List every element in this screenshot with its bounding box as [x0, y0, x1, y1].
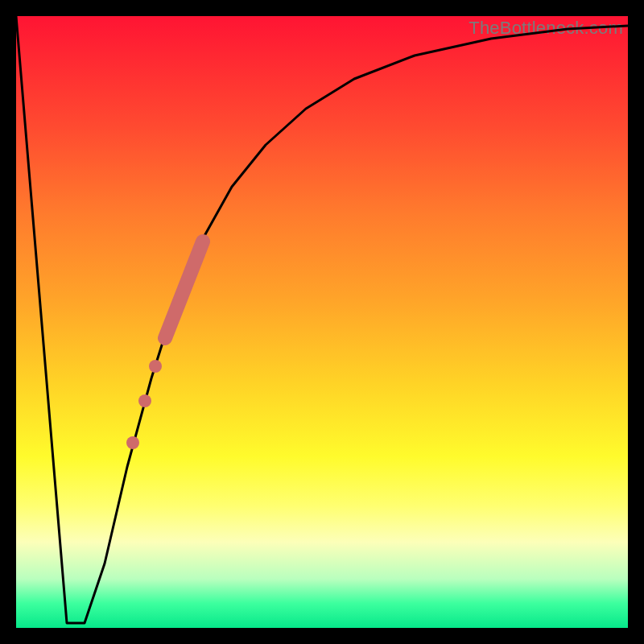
chart-frame: TheBottleneck.com	[0, 0, 644, 644]
plot-area: TheBottleneck.com	[16, 16, 628, 628]
marker-dot	[138, 394, 151, 407]
marker-dot	[149, 360, 162, 373]
bottleneck-curve	[16, 16, 628, 623]
curve-layer	[16, 16, 628, 628]
highlight-segment-thick	[165, 242, 203, 338]
marker-dot	[126, 436, 139, 449]
